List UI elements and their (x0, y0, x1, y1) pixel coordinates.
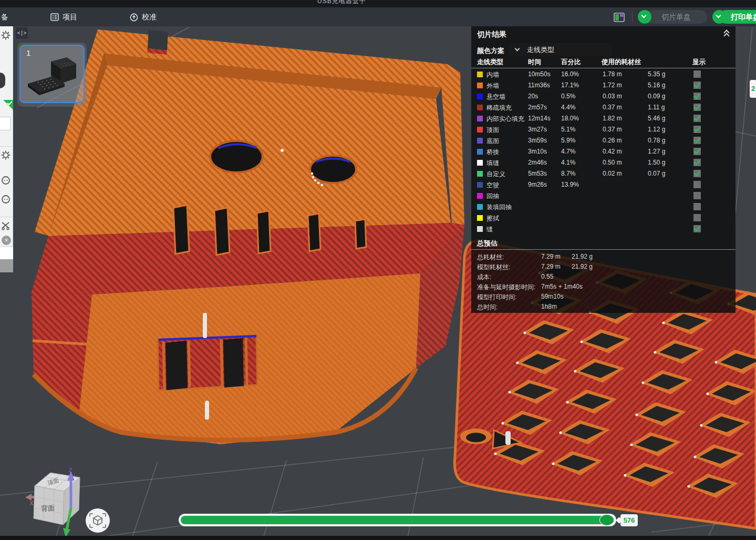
line-type-color-swatch (477, 226, 483, 232)
estimate-value-2: 21.92 g (572, 263, 593, 270)
estimate-label: 准备与延时摄影时间: (477, 283, 535, 292)
plate-thumbnail-selected[interactable]: 1 (19, 45, 85, 103)
line-type-row: 外墙11m36s17.1%1.72 m5.16 g (471, 80, 736, 91)
print-dropdown-button[interactable] (712, 10, 726, 24)
display-checkbox[interactable] (693, 93, 701, 100)
box-front-cutout (158, 335, 257, 390)
line-type-meters: 0.26 m (603, 137, 622, 144)
estimate-value-2: 21.92 g (572, 253, 593, 260)
line-type-meters: 0.02 m (603, 170, 622, 177)
fit-view-cube-icon (86, 508, 110, 533)
line-type-grams: 1.11 g (648, 104, 665, 111)
estimate-label: 成本: (477, 273, 491, 282)
gear-icon[interactable] (1, 30, 11, 40)
display-checkbox[interactable] (693, 70, 701, 78)
line-type-percent: 4.4% (561, 104, 575, 111)
model-box[interactable] (32, 29, 464, 444)
line-type-color-swatch (477, 105, 483, 110)
display-checkbox[interactable] (693, 137, 701, 144)
plate-layout-icon[interactable] (614, 13, 625, 22)
estimate-row: 总耗材丝:7.29 m21.92 g (471, 252, 736, 262)
line-type-meters: 0.50 m (603, 159, 622, 166)
collapse-panel-icon[interactable]: <|> (16, 27, 28, 39)
display-checkbox[interactable] (693, 192, 701, 199)
divider (471, 68, 736, 68)
line-type-color-swatch (477, 94, 483, 99)
line-type-percent: 5.9% (561, 137, 575, 144)
line-type-row: 桥接3m10s4.7%0.42 m1.27 g (471, 146, 736, 157)
line-type-time: 2m57s (528, 104, 547, 111)
display-checkbox[interactable] (693, 115, 701, 122)
display-checkbox[interactable] (693, 159, 701, 166)
line-type-percent: 13.9% (561, 181, 579, 188)
close-icon[interactable]: × (2, 236, 11, 245)
display-checkbox[interactable] (693, 214, 701, 221)
axis-x-label: X (29, 500, 34, 506)
display-checkbox[interactable] (693, 170, 701, 177)
tab-project[interactable]: 项目 (63, 7, 77, 26)
estimate-label: 模型打印时间: (477, 293, 516, 302)
display-checkbox[interactable] (693, 104, 701, 111)
line-type-row: 底面3m59s5.9%0.26 m0.78 g (471, 135, 736, 146)
estimate-row: 准备与延时摄影时间:7m5s + 1m40s (471, 282, 736, 292)
estimate-label: 总时间: (477, 303, 498, 312)
estimate-value-1: 7.29 m (541, 263, 561, 270)
cube-front-face-label: 背面 (41, 504, 55, 512)
line-type-label: 填缝 (486, 159, 499, 168)
display-checkbox[interactable] (693, 148, 701, 155)
line-type-row: 顶面3m27s5.1%0.37 m1.12 g (471, 124, 736, 135)
gear-icon[interactable] (1, 150, 11, 160)
line-type-meters: 0.03 m (603, 93, 622, 100)
color-scheme-select[interactable]: 走线类型 (509, 43, 612, 56)
line-type-meters: 1.72 m (603, 81, 622, 89)
column-header-type: 走线类型 (477, 58, 503, 67)
line-type-meters: 0.37 m (603, 104, 622, 111)
estimate-title: 总预估 (477, 239, 498, 248)
left-side-panel-clipped: × (0, 26, 13, 272)
line-type-label: 自定义 (486, 170, 505, 179)
line-type-label: 缝 (486, 225, 493, 234)
tab-calibration[interactable]: 校准 (142, 7, 157, 26)
slice-plate-button[interactable]: 切片单盘 (645, 10, 707, 24)
line-type-percent: 0.5% (561, 93, 575, 100)
filament-selected-check-icon (3, 100, 13, 110)
line-type-grams: 0.78 g (648, 137, 665, 144)
line-type-row: 悬空墙20s0.5%0.03 m0.09 g (471, 91, 736, 102)
line-type-time: 11m36s (528, 81, 550, 89)
layer-slider-value[interactable]: 2 (750, 80, 756, 98)
cut-tool-icon[interactable] (1, 221, 11, 230)
line-type-time: 10m50s (528, 70, 551, 78)
line-type-percent: 17.1% (561, 81, 579, 89)
filament-chip-partial[interactable] (0, 73, 5, 88)
line-type-row: 稀疏填充2m57s4.4%0.37 m1.11 g (471, 102, 736, 113)
step-slider-track[interactable] (179, 514, 616, 526)
box-seam-peg-bottom (205, 401, 209, 420)
line-type-grams: 5.16 g (648, 81, 665, 89)
support-icon[interactable] (1, 176, 11, 185)
double-chevron-up-icon[interactable] (723, 30, 730, 38)
display-checkbox[interactable] (693, 126, 701, 133)
fit-view-button[interactable] (86, 508, 110, 533)
window-title: USB充电器盒子 (317, 0, 366, 6)
line-type-meters: 1.78 m (603, 70, 622, 78)
display-checkbox[interactable] (693, 181, 701, 188)
plate-seam-peg (505, 431, 511, 445)
calibration-icon (130, 13, 138, 22)
display-checkbox[interactable] (693, 225, 701, 232)
display-checkbox[interactable] (693, 203, 701, 210)
line-type-percent: 8.7% (561, 170, 575, 177)
line-type-color-swatch (477, 204, 483, 210)
plate-corner-hole (466, 433, 486, 442)
input-field-partial[interactable] (0, 117, 11, 130)
display-checkbox[interactable] (693, 81, 701, 89)
step-slider-thumb[interactable] (599, 514, 614, 526)
line-type-percent: 16.0% (561, 70, 579, 78)
estimate-row: 成本:0.55 (471, 272, 736, 282)
estimate-label: 模型耗材丝: (477, 263, 510, 272)
slice-dropdown-button[interactable] (638, 10, 651, 24)
line-type-time: 12m14s (528, 115, 551, 122)
app-window: USB充电器盒子 备 项目 校准 切片单盘 打印单盘 (0, 0, 756, 540)
adhesion-icon[interactable] (1, 195, 11, 204)
line-type-color-swatch (477, 127, 483, 133)
tab-device-partial[interactable]: 备 (1, 7, 8, 26)
